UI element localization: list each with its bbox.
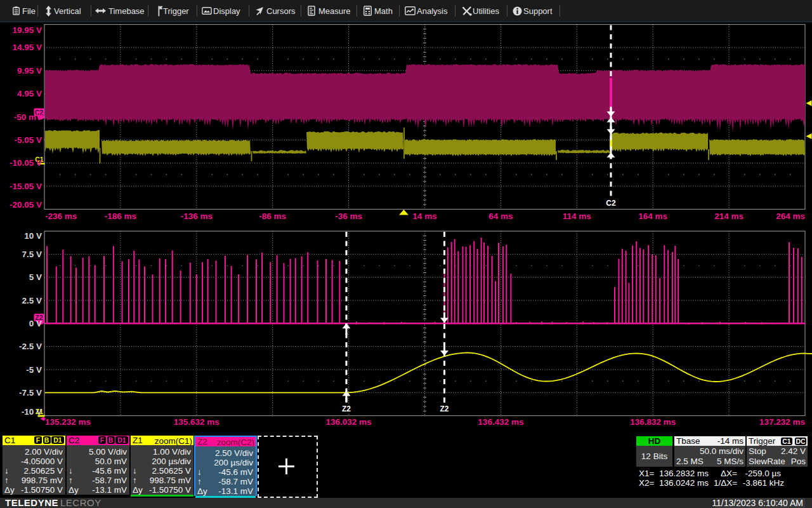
svg-text:137.232 ms: 137.232 ms	[759, 417, 805, 427]
svg-text:-50 mV: -50 mV	[14, 112, 42, 122]
svg-text:-186 ms: -186 ms	[105, 211, 136, 221]
svg-text:-7.5 V: -7.5 V	[19, 388, 42, 398]
svg-text:214 ms: 214 ms	[714, 211, 743, 221]
svg-text:135.632 ms: 135.632 ms	[174, 417, 219, 427]
svg-text:14 ms: 14 ms	[412, 211, 436, 221]
svg-text:2.5 V: 2.5 V	[22, 296, 42, 305]
svg-text:9.95 V: 9.95 V	[17, 66, 42, 76]
svg-text:136.432 ms: 136.432 ms	[478, 417, 523, 427]
svg-text:5 V: 5 V	[29, 272, 42, 282]
svg-text:C2: C2	[606, 199, 616, 208]
svg-text:-15.05 V: -15.05 V	[10, 182, 42, 191]
svg-text:10 V: 10 V	[24, 231, 42, 241]
svg-text:-36 ms: -36 ms	[335, 211, 362, 221]
svg-text:7.5 V: 7.5 V	[22, 250, 42, 259]
svg-text:Z2: Z2	[440, 404, 449, 413]
svg-text:-10 V: -10 V	[22, 407, 42, 417]
svg-text:-5.05 V: -5.05 V	[14, 135, 42, 145]
svg-text:-86 ms: -86 ms	[259, 211, 286, 221]
svg-text:-10.05 V: -10.05 V	[10, 158, 42, 168]
svg-text:-5 V: -5 V	[26, 365, 42, 375]
svg-text:19.95 V: 19.95 V	[12, 25, 42, 35]
svg-text:-236 ms: -236 ms	[45, 211, 77, 221]
svg-text:136.032 ms: 136.032 ms	[326, 417, 372, 427]
svg-text:4.95 V: 4.95 V	[17, 89, 42, 98]
svg-text:136.832 ms: 136.832 ms	[630, 417, 676, 427]
svg-text:-136 ms: -136 ms	[181, 211, 213, 221]
svg-text:135.232 ms: 135.232 ms	[45, 417, 91, 427]
svg-text:164 ms: 164 ms	[638, 211, 667, 221]
svg-text:-2.5 V: -2.5 V	[19, 342, 42, 351]
svg-text:14.95 V: 14.95 V	[12, 43, 42, 52]
svg-text:64 ms: 64 ms	[488, 211, 513, 221]
svg-text:264 ms: 264 ms	[776, 211, 805, 221]
svg-text:-20.05 V: -20.05 V	[10, 200, 42, 210]
svg-text:Z2: Z2	[342, 404, 351, 413]
svg-text:114 ms: 114 ms	[563, 211, 591, 221]
svg-text:0 V: 0 V	[29, 319, 42, 328]
